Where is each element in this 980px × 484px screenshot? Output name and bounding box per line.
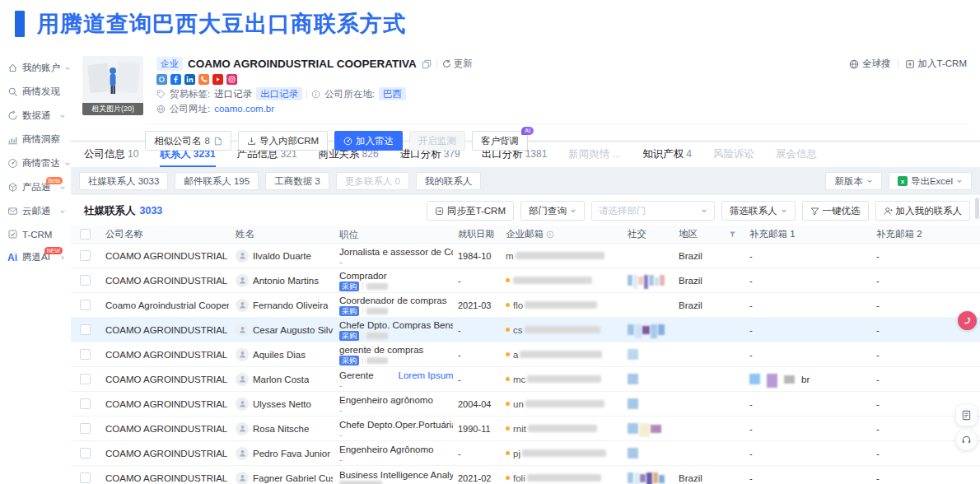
photo-person-illustration [82, 56, 143, 102]
contact-name-cell: Ilvaldo Duarte [229, 244, 333, 268]
sidebar-item-商情雷达[interactable]: 商情雷达 [0, 151, 71, 175]
join-radar-button[interactable]: 加入雷达 [334, 131, 403, 151]
global-search-button[interactable]: 全球搜 [849, 58, 891, 70]
sidebar-item-商情洞察[interactable]: 商情洞察 [0, 128, 71, 151]
position-subline [339, 481, 382, 484]
add-tcrm-button[interactable]: 加入T-CRM [905, 58, 967, 70]
import-records-tag[interactable]: 进口记录 [214, 88, 252, 100]
social-cell [621, 392, 672, 416]
email-cell: cs [499, 318, 621, 342]
email-cell: flo [499, 293, 621, 317]
contact-name: Marlon Costa [253, 375, 309, 384]
row-checkbox[interactable] [80, 349, 91, 360]
sidebar-item-产品通[interactable]: 产品通Beta [0, 175, 71, 199]
position-cell: Engenheiro agrônomo- [333, 392, 453, 416]
dept-select[interactable]: 请选择部门 [591, 201, 715, 221]
position-text: Engenheiro agrônomo [339, 395, 433, 405]
divider [898, 59, 898, 68]
sidebar-item-腾道AI[interactable]: Ai腾道AINEW [0, 245, 71, 269]
row-checkbox[interactable] [80, 398, 91, 409]
scrollbar-thumb[interactable] [975, 198, 979, 219]
sync-tcrm-button[interactable]: 同步至T-CRM [427, 201, 514, 221]
row-checkbox[interactable] [80, 448, 91, 458]
add-my-contacts-button[interactable]: 加入我的联系人 [875, 201, 971, 221]
export-excel-button[interactable]: x 导出Excel [889, 172, 972, 190]
divider [362, 333, 363, 339]
one-click-select-button[interactable]: 一键优选 [802, 201, 869, 221]
add-tcrm-icon [905, 59, 915, 69]
phone-icon[interactable] [198, 74, 209, 85]
chip-邮件联系人 195[interactable]: 邮件联系人 195 [175, 172, 259, 190]
dept-query-dropdown[interactable]: 部门查询 [520, 201, 585, 221]
sidebar-item-商情发现[interactable]: 商情发现 [0, 80, 71, 104]
chip-工商数据 3[interactable]: 工商数据 3 [265, 172, 329, 190]
company-name-cell: COAMO AGROINDUSTRIAL COOPERAT... [99, 441, 229, 465]
social-cell [621, 268, 672, 292]
table-row: COAMO AGROINDUSTRIAL COOPERAT...Fagner G… [71, 466, 980, 484]
row-checkbox-cell [71, 244, 99, 268]
row-checkbox[interactable] [80, 472, 91, 483]
facebook-icon[interactable] [170, 74, 181, 85]
extra-email2-cell: - [870, 342, 980, 366]
region-filter-icon[interactable] [729, 230, 736, 238]
instagram-icon[interactable] [226, 74, 237, 85]
linkedin-icon[interactable] [184, 74, 195, 85]
lorem-ipsum-link[interactable]: Lorem Ipsum [399, 370, 453, 380]
social-blurred-icon [628, 423, 638, 434]
sidebar-item-我的账户[interactable]: 我的账户 [0, 56, 71, 80]
sidebar-item-云邮通[interactable]: 云邮通 [0, 199, 71, 223]
service-float-button[interactable] [956, 430, 977, 450]
row-checkbox[interactable] [80, 300, 91, 310]
background-check-button[interactable]: 客户背调 AI [472, 131, 528, 151]
social-blurred-icon [655, 277, 660, 286]
extra-email1-cell: - [743, 441, 870, 465]
column-header-补充邮箱 2: 补充邮箱 2 [870, 226, 980, 243]
email-prefix: pj [513, 449, 520, 458]
contact-name-cell: Marlon Costa [229, 367, 333, 391]
row-checkbox[interactable] [80, 423, 91, 434]
sidebar-item-T-CRM[interactable]: T-CRM [0, 223, 71, 245]
sync-icon [435, 207, 444, 216]
tab-公司信息[interactable]: 公司信息10 [84, 142, 138, 167]
chip-我的联系人[interactable]: 我的联系人 [416, 172, 482, 190]
export-records-tag[interactable]: 出口记录 [256, 87, 302, 100]
avatar [236, 274, 249, 287]
page-header: 用腾道查询巴西大豆出口商联系方式 [0, 0, 980, 48]
divider [306, 90, 307, 99]
crm-icon [7, 229, 18, 240]
refresh-button[interactable]: 更新 [442, 58, 473, 70]
youtube-icon[interactable] [212, 74, 223, 85]
version-select[interactable]: 新版本 [825, 172, 882, 190]
select-all-checkbox[interactable] [80, 229, 91, 240]
chevron-down-icon [701, 206, 707, 216]
position-subline: 采购 [339, 356, 388, 365]
chip-社媒联系人 3033[interactable]: 社媒联系人 3033 [79, 172, 168, 190]
row-checkbox[interactable] [80, 250, 91, 261]
company-name-cell: COAMO AGROINDUSTRIAL COOPERAT... [99, 268, 229, 292]
column-header-补充邮箱 1: 补充邮箱 1 [743, 226, 870, 243]
blurred-text [527, 375, 601, 383]
similar-companies-button[interactable]: 相似公司名 8 [145, 131, 231, 151]
avatar [236, 447, 249, 460]
avatar [236, 472, 249, 484]
website-icon[interactable] [156, 74, 167, 85]
filter-contacts-dropdown[interactable]: 筛选联系人 [721, 201, 796, 221]
survey-float-button[interactable] [956, 405, 977, 426]
contact-name-cell: Antonio Martins [229, 268, 333, 292]
copy-icon[interactable] [422, 59, 432, 69]
social-blurred-icon [633, 275, 638, 289]
column-header-职位: 职位 [333, 226, 453, 243]
company-photo[interactable]: 相关图片(20) [82, 56, 143, 115]
row-checkbox[interactable] [80, 275, 91, 286]
search-icon [7, 86, 18, 97]
promo-float-icon[interactable] [958, 311, 977, 330]
import-crm-button[interactable]: 导入内部CRM [238, 131, 328, 151]
company-social-links [156, 72, 968, 86]
sidebar-item-数据通[interactable]: 数据通 [0, 104, 71, 128]
company-website-link[interactable]: coamo.com.br [214, 104, 274, 114]
one-click-select-label: 一键优选 [823, 205, 861, 217]
position-text: Jornalista e assessor de Comunicação [339, 247, 453, 257]
row-checkbox[interactable] [80, 374, 91, 384]
avatar [236, 323, 249, 337]
row-checkbox[interactable] [80, 324, 91, 335]
